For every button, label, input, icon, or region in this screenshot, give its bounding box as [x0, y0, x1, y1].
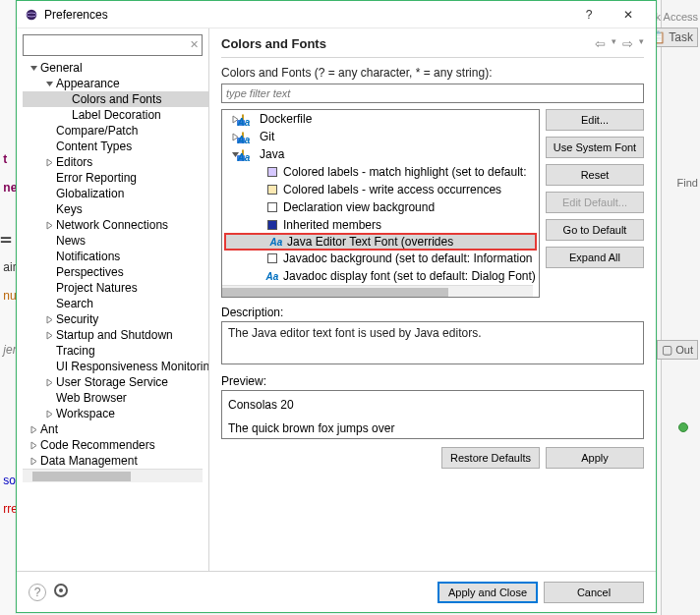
eclipse-icon — [25, 8, 38, 22]
apply-and-close-button[interactable]: Apply and Close — [438, 582, 538, 603]
preferences-search-input[interactable] — [28, 35, 184, 55]
font-item[interactable]: Colored labels - write access occurrence… — [222, 181, 539, 198]
font-item[interactable]: Declaration view background — [222, 198, 539, 216]
colors-fonts-tree[interactable]: AaDockerfileAaGitAaJavaColored labels - … — [221, 109, 540, 298]
cancel-button[interactable]: Cancel — [544, 582, 644, 603]
dialog-title: Preferences — [44, 8, 569, 22]
help-button[interactable]: ? — [569, 3, 609, 27]
font-item[interactable]: AaJavadoc display font (set to default: … — [222, 267, 539, 285]
preferences-dialog: Preferences ? ✕ ✕ GeneralAppearanceColor… — [16, 0, 657, 613]
filter-input-wrapper[interactable] — [221, 84, 644, 103]
close-button[interactable]: ✕ — [609, 3, 648, 27]
filter-label: Colors and Fonts (? = any character, * =… — [221, 66, 644, 80]
category-notifications[interactable]: Notifications — [23, 249, 208, 264]
find-label: Find — [677, 177, 698, 189]
help-icon[interactable]: ? — [29, 584, 46, 601]
category-ant[interactable]: Ant — [23, 421, 208, 437]
category-web-browser[interactable]: Web Browser — [23, 390, 208, 406]
category-search[interactable]: Search — [23, 296, 208, 311]
category-appearance[interactable]: Appearance — [23, 76, 208, 91]
category-security[interactable]: Security — [23, 311, 208, 327]
restore-defaults-button[interactable]: Restore Defaults — [441, 447, 540, 469]
font-item[interactable]: AaJava — [222, 145, 539, 163]
clear-icon[interactable]: ✕ — [190, 38, 199, 51]
import-export-icon[interactable] — [54, 584, 68, 597]
category-ui-responsiveness-monitoring[interactable]: UI Responsiveness Monitoring — [23, 359, 208, 374]
horizontal-scrollbar[interactable] — [23, 469, 203, 482]
outline-tab[interactable]: ▢Out — [657, 340, 698, 360]
category-startup-and-shutdown[interactable]: Startup and Shutdown — [23, 327, 208, 343]
preferences-search[interactable]: ✕ — [23, 34, 203, 56]
goto-default-button[interactable]: Go to Default — [546, 219, 644, 241]
forward-icon[interactable]: ⇨ — [622, 36, 633, 51]
category-workspace[interactable]: Workspace — [23, 406, 208, 421]
reset-button[interactable]: Reset — [546, 164, 644, 186]
category-network-connections[interactable]: Network Connections — [23, 217, 208, 233]
category-keys[interactable]: Keys — [23, 201, 208, 217]
font-item[interactable]: AaJava Editor Text Font (overrides — [224, 233, 537, 251]
use-system-font-button[interactable]: Use System Font — [546, 137, 644, 158]
font-item[interactable]: AaDockerfile — [222, 110, 539, 128]
category-compare-patch[interactable]: Compare/Patch — [23, 123, 208, 139]
category-content-types[interactable]: Content Types — [23, 139, 208, 154]
category-general[interactable]: General — [23, 60, 208, 76]
font-item[interactable]: AaGit — [222, 128, 539, 145]
expand-all-button[interactable]: Expand All — [546, 247, 644, 268]
apply-button[interactable]: Apply — [546, 447, 644, 469]
category-tracing[interactable]: Tracing — [23, 343, 208, 359]
category-globalization[interactable]: Globalization — [23, 186, 208, 201]
categories-tree[interactable]: GeneralAppearanceColors and FontsLabel D… — [23, 60, 208, 571]
category-error-reporting[interactable]: Error Reporting — [23, 170, 208, 186]
edit-default-button: Edit Default... — [546, 192, 644, 213]
category-user-storage-service[interactable]: User Storage Service — [23, 374, 208, 390]
preview-label: Preview: — [221, 374, 644, 388]
filter-input[interactable] — [226, 84, 639, 102]
font-item[interactable]: Inherited members — [222, 216, 539, 234]
description-label: Description: — [221, 306, 644, 319]
category-editors[interactable]: Editors — [23, 154, 208, 170]
preview-box: Consolas 20 The quick brown fox jumps ov… — [221, 390, 644, 439]
category-perspectives[interactable]: Perspectives — [23, 264, 208, 280]
category-code-recommenders[interactable]: Code Recommenders — [23, 437, 208, 453]
tree-h-scrollbar[interactable] — [222, 285, 533, 298]
edit-button[interactable]: Edit... — [546, 109, 644, 131]
category-colors-and-fonts[interactable]: Colors and Fonts — [23, 91, 208, 107]
category-data-management[interactable]: Data Management — [23, 453, 208, 469]
description-box: The Java editor text font is used by Jav… — [221, 321, 644, 364]
category-project-natures[interactable]: Project Natures — [23, 280, 208, 296]
font-item[interactable]: Javadoc background (set to default: Info… — [222, 250, 539, 267]
font-item[interactable]: Colored labels - match highlight (set to… — [222, 163, 539, 181]
page-title: Colors and Fonts — [221, 36, 595, 51]
svg-point-0 — [27, 9, 37, 20]
category-news[interactable]: News — [23, 233, 208, 249]
run-indicator-icon — [678, 422, 688, 432]
back-icon[interactable]: ⇦ — [595, 36, 606, 51]
category-label-decoration[interactable]: Label Decoration — [23, 107, 208, 123]
